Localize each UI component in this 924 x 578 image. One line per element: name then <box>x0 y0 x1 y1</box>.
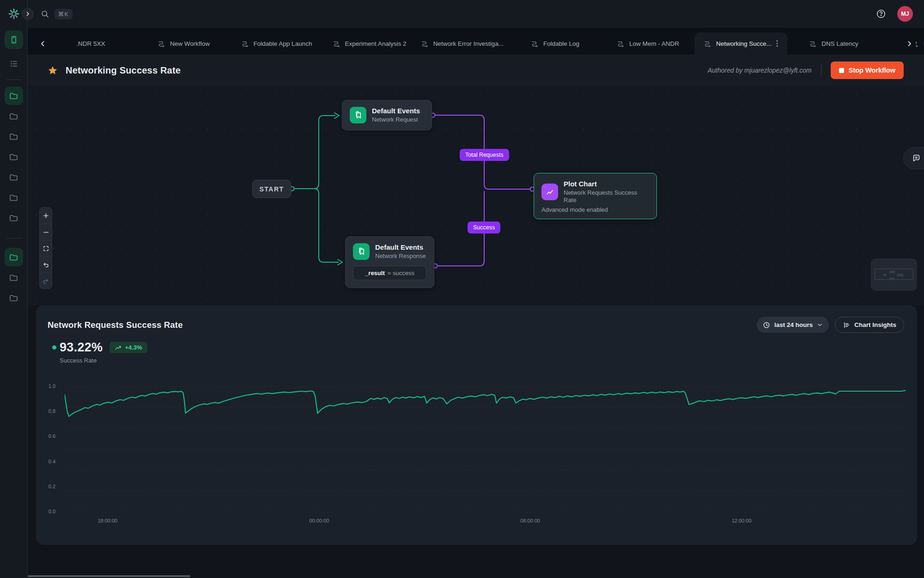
start-node[interactable]: START <box>252 180 291 198</box>
tab-foldable-log[interactable]: Foldable Log <box>509 32 602 55</box>
y-tick-label: 0.8 <box>49 408 55 414</box>
kpi-delta-badge: +4.3% <box>109 342 147 353</box>
kpi-delta-value: +4.3% <box>125 344 142 351</box>
kpi-label: Success Rate <box>60 357 147 364</box>
sidebar-item-folder-8[interactable] <box>5 248 23 266</box>
node-title: Default Events <box>375 243 426 252</box>
zoom-in-button[interactable] <box>40 208 52 224</box>
sidebar-item-folder-7[interactable] <box>5 209 23 227</box>
redo-button[interactable] <box>40 272 52 289</box>
condition-key: _result <box>365 270 385 277</box>
search-icon[interactable] <box>41 10 49 18</box>
top-bar: ⌘K MJ <box>0 0 924 28</box>
node-plot-chart[interactable]: Plot Chart Network Requests Success Rate… <box>534 173 657 219</box>
help-icon[interactable] <box>875 8 887 20</box>
sidebar-item-folder-4[interactable] <box>5 148 23 166</box>
tab-label: Foldable Log <box>543 40 579 47</box>
time-range-value: last 24 hours <box>774 321 813 328</box>
tab-new-workflow[interactable]: New Workflow <box>137 32 230 55</box>
x-axis-labels: 18:00:0000:00:0006:00:0012:00:00 <box>65 518 906 525</box>
tab-dns-latency[interactable]: DNS Latency <box>787 32 880 55</box>
folder-icon <box>9 132 18 141</box>
time-range-dropdown[interactable]: last 24 hours <box>757 317 829 333</box>
tabs-scroll-left-button[interactable] <box>39 32 46 55</box>
edge-label-success[interactable]: Success <box>468 221 500 234</box>
tab-label: Foldable App Launch <box>254 40 312 47</box>
line-chart-icon <box>541 184 558 200</box>
chevron-down-icon <box>817 322 823 328</box>
tab-dns-f[interactable]: DNS F <box>880 32 924 55</box>
favorite-star-icon[interactable] <box>48 65 58 75</box>
sidebar-item-folder-5[interactable] <box>5 168 23 186</box>
tab-label: Experiment Analysis 2 <box>345 40 407 47</box>
sidebar-item-folder-6[interactable] <box>5 188 23 207</box>
folder-icon <box>9 111 18 121</box>
insights-icon <box>843 321 850 329</box>
workflow-icon <box>809 40 817 48</box>
stop-workflow-button[interactable]: Stop Workflow <box>831 61 904 79</box>
zoom-out-button[interactable] <box>40 224 52 240</box>
stop-icon <box>839 68 844 73</box>
sidebar-item-folder-1[interactable] <box>5 86 23 105</box>
sidebar-item-device[interactable] <box>5 31 23 49</box>
sidebar-divider <box>6 80 21 80</box>
node-default-events-request[interactable]: Default Events Network Request <box>342 100 432 130</box>
authored-by-text: Authored by mjuarezlopez@lyft.com <box>708 67 812 74</box>
tab-low-mem-andr[interactable]: Low Mem - ANDR <box>602 32 694 55</box>
folder-icon <box>9 273 18 283</box>
assistant-chat-tab[interactable] <box>903 147 924 169</box>
tab-ndr-5xx[interactable]: .NDR 5XX <box>44 32 137 55</box>
workflow-icon <box>704 40 711 48</box>
workflow-icon <box>158 40 165 48</box>
sidebar-item-folder-10[interactable] <box>5 289 23 307</box>
horizontal-scrollbar[interactable] <box>28 575 190 577</box>
bookmark-icon <box>350 107 366 123</box>
folder-icon <box>9 213 18 223</box>
sidebar-item-folder-9[interactable] <box>5 268 23 287</box>
sidebar-item-folder-2[interactable] <box>5 107 23 125</box>
list-icon <box>9 59 18 68</box>
workflow-icon <box>241 40 249 48</box>
tab-label: Networking Succe... <box>716 40 772 47</box>
tab-foldable-app-launch[interactable]: Foldable App Launch <box>230 32 323 55</box>
node-title: Plot Chart <box>564 179 649 189</box>
success-rate-line <box>65 390 906 416</box>
condition-value: = success <box>388 270 414 277</box>
node-condition: _result = success <box>353 266 426 280</box>
tab-networking-succe[interactable]: Networking Succe... <box>694 32 787 55</box>
workflow-icon <box>333 40 340 48</box>
tab-strip: .NDR 5XXNew WorkflowFoldable App LaunchE… <box>44 32 924 55</box>
chart-panel: Network Requests Success Rate last 24 ho… <box>36 305 917 545</box>
tab-experiment-analysis-2[interactable]: Experiment Analysis 2 <box>323 32 416 55</box>
canvas-controls <box>39 207 52 289</box>
fit-view-button[interactable] <box>40 240 52 256</box>
x-tick-label: 18:00:00 <box>97 518 117 523</box>
workflow-canvas[interactable]: START Default Events Network Request <box>28 86 924 305</box>
sidebar-collapse-button[interactable] <box>22 8 34 20</box>
header-divider <box>821 64 821 76</box>
folder-icon <box>9 172 18 182</box>
avatar[interactable]: MJ <box>897 6 913 22</box>
search-shortcut-hint[interactable]: ⌘K <box>55 9 73 19</box>
chevron-right-icon <box>25 11 30 17</box>
sidebar-item-list[interactable] <box>5 55 23 73</box>
canvas-minimap[interactable] <box>871 258 917 291</box>
undo-button[interactable] <box>40 256 52 272</box>
sidebar-item-folder-3[interactable] <box>5 127 23 146</box>
tabs-scroll-right-button[interactable] <box>903 32 916 55</box>
tab-network-error-investiga[interactable]: Network Error Investiga... <box>416 32 509 55</box>
tab-menu-icon[interactable] <box>776 40 778 47</box>
node-default-events-response[interactable]: Default Events Network Response _result … <box>345 236 434 288</box>
bookmark-icon <box>353 243 370 260</box>
chart-insights-button[interactable]: Chart Insights <box>835 317 904 333</box>
tab-label: New Workflow <box>170 40 210 47</box>
workflow-header: Networking Success Rate Authored by mjua… <box>28 55 924 86</box>
folder-icon <box>9 91 18 101</box>
sidebar-divider <box>6 238 21 239</box>
tab-label: .NDR 5XX <box>76 40 105 47</box>
edge-label-total-requests[interactable]: Total Requests <box>460 149 509 161</box>
x-tick-label: 12:00:00 <box>732 518 752 523</box>
y-tick-label: 0.2 <box>49 484 55 489</box>
tab-label: Low Mem - ANDR <box>629 40 679 47</box>
folder-icon <box>9 152 18 162</box>
